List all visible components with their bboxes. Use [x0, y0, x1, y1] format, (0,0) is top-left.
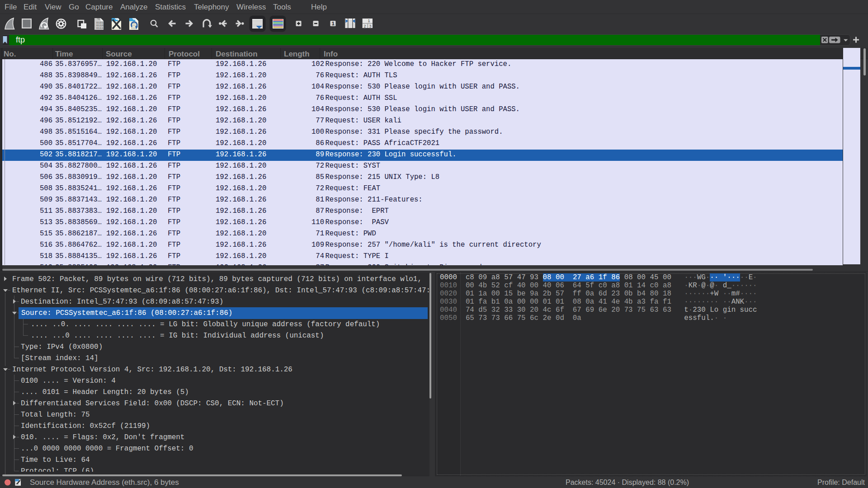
svg-text:1: 1 — [368, 19, 370, 23]
svg-text:2: 2 — [363, 24, 366, 28]
svg-text:1: 1 — [331, 21, 335, 26]
svg-text:3: 3 — [369, 24, 371, 28]
svg-text:0111: 0111 — [96, 27, 104, 30]
